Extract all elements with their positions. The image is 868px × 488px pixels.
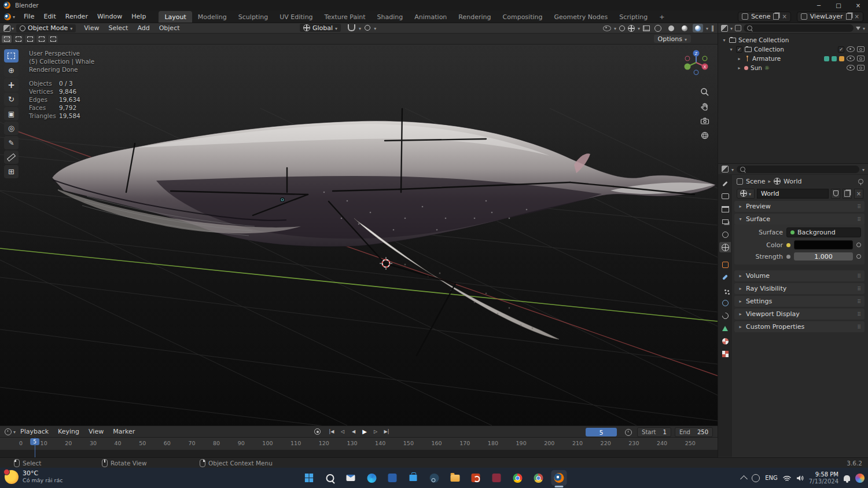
close-button[interactable]: × [848,0,868,10]
outliner-row-sun[interactable]: ▸ Sun [718,63,868,72]
new-world-button[interactable] [843,189,852,199]
play-reverse-button[interactable]: ◀ [349,427,358,436]
rotate-tool[interactable] [4,93,19,106]
action-icon[interactable] [839,56,844,61]
annotate-tool[interactable] [4,136,19,149]
workspace-tab[interactable]: UV Editing [274,11,318,23]
tab-material[interactable] [719,336,731,346]
measure-tool[interactable] [4,151,19,164]
disable-in-renders-icon[interactable] [857,46,865,52]
select-mode-invert-button[interactable] [36,35,46,43]
workspace-tab[interactable]: Modeling [192,11,233,23]
shading-wireframe-button[interactable] [653,24,663,32]
drag-grip-icon[interactable]: ⠿ [857,273,861,279]
tab-texture[interactable] [719,348,731,359]
hide-in-viewport-icon[interactable] [847,56,855,61]
new-scene-icon[interactable] [773,13,779,20]
collection-checkbox[interactable] [838,46,844,53]
auto-keyframe-toggle[interactable] [314,428,321,435]
outliner-search[interactable] [744,24,854,32]
workspace-tab[interactable]: Compositing [497,11,549,23]
drag-grip-icon[interactable]: ⠿ [857,217,861,222]
panel-volume[interactable]: ▸ Volume ⠿ [734,270,865,281]
viewport-3d[interactable]: User Perspective(5) Collection | WhaleRe… [0,45,718,425]
select-mode-new-button[interactable] [2,35,12,43]
tray-widget-icon[interactable] [855,474,865,483]
strength-field[interactable]: 1.000 [794,252,853,260]
remove-view-layer-icon[interactable] [855,13,859,20]
properties-search-input[interactable] [748,166,856,173]
panel-custom-properties[interactable]: ▸ Custom Properties ⠿ [734,321,865,332]
timeline-ruler[interactable]: 0102030405060708090100110120130140150160… [0,438,718,450]
unlink-world-button[interactable] [854,189,863,199]
animate-color-dot[interactable] [856,243,861,247]
outliner-row-collection[interactable]: ▾ Collection [718,45,868,54]
menu-item[interactable]: Help [127,10,150,23]
viewport-menu-item[interactable]: Object [155,23,185,33]
show-overlays-toggle[interactable] [628,25,635,32]
timeline-menu-item[interactable]: Marker [108,426,139,437]
outliner-item-label[interactable]: Armature [752,55,781,62]
teams-app-icon[interactable] [385,470,400,486]
camera-view-button[interactable] [700,116,709,126]
playhead[interactable]: 5 [35,438,35,458]
tray-status-icon[interactable] [752,474,760,482]
fake-user-toggle[interactable] [831,189,840,199]
select-mode-subtract-button[interactable] [25,35,35,43]
proportional-editing-dropdown[interactable] [374,24,376,32]
armature-data-icon[interactable] [824,56,829,61]
xray-toggle[interactable] [643,25,650,31]
start-frame-field[interactable]: Start 1 [637,427,671,437]
pause-render-icon[interactable] [711,24,714,32]
shading-solid-button[interactable] [666,24,676,32]
outliner-item-label[interactable]: Collection [754,46,784,53]
tab-modifiers[interactable] [719,272,731,282]
workspace-tab[interactable]: Animation [409,11,453,23]
show-object-types-icon[interactable] [603,25,611,31]
disclosure-triangle-icon[interactable]: ▸ [737,65,742,71]
drag-grip-icon[interactable]: ⠿ [857,311,861,317]
tab-output[interactable] [719,204,731,214]
drag-grip-icon[interactable]: ⠿ [857,324,861,330]
properties-search[interactable] [737,166,859,173]
disable-in-renders-icon[interactable] [857,56,865,61]
scale-tool[interactable] [4,107,19,120]
drag-grip-icon[interactable]: ⠿ [857,286,861,292]
timeline-menu-item[interactable]: Keying [53,426,84,437]
menu-item[interactable]: Window [93,10,127,23]
drag-grip-icon[interactable]: ⠿ [857,299,861,304]
filter-dropdown[interactable] [863,24,865,32]
timeline-track-area[interactable] [0,450,718,458]
menu-item[interactable]: File [19,10,39,23]
tab-tool[interactable] [719,178,731,189]
surface-shader-selector[interactable]: Background [786,228,861,237]
outliner-row-scene-collection[interactable]: ▾ Scene Collection [718,35,868,45]
steam-app-icon[interactable] [426,470,442,486]
blender-menu-button[interactable] [0,10,19,23]
outliner-editor-icon[interactable] [721,25,728,32]
hide-in-viewport-icon[interactable] [847,46,855,52]
tab-scene[interactable] [719,229,731,240]
breadcrumb-scene[interactable]: Scene [746,178,766,185]
workspace-tab[interactable]: + [653,11,670,23]
shading-material-button[interactable] [679,24,690,32]
breadcrumb-world[interactable]: World [784,178,802,185]
panel-ray-visibility[interactable]: ▸ Ray Visibility ⠿ [734,283,865,294]
store-app-icon[interactable] [406,470,421,486]
options-dropdown[interactable]: Options [654,35,691,43]
unlink-scene-icon[interactable] [782,13,786,20]
jump-to-start-button[interactable]: |◀ [327,427,336,436]
outliner-item-label[interactable]: Sun [751,64,762,71]
display-mode-icon[interactable] [735,25,741,31]
access-app-icon[interactable] [489,470,505,486]
pose-icon[interactable] [832,56,837,61]
menu-item[interactable]: Render [61,10,93,23]
overlays-dropdown[interactable] [638,24,640,32]
panel-viewport-display[interactable]: ▸ Viewport Display ⠿ [734,309,865,320]
language-indicator[interactable]: ENG [765,475,778,481]
file-explorer-icon[interactable] [447,470,463,486]
transform-orientation-selector[interactable]: Global [300,24,341,32]
prev-keyframe-button[interactable]: ◁ [338,427,347,436]
current-frame-field[interactable]: 5 [586,428,617,436]
timeline-editor-icon[interactable] [5,428,12,435]
